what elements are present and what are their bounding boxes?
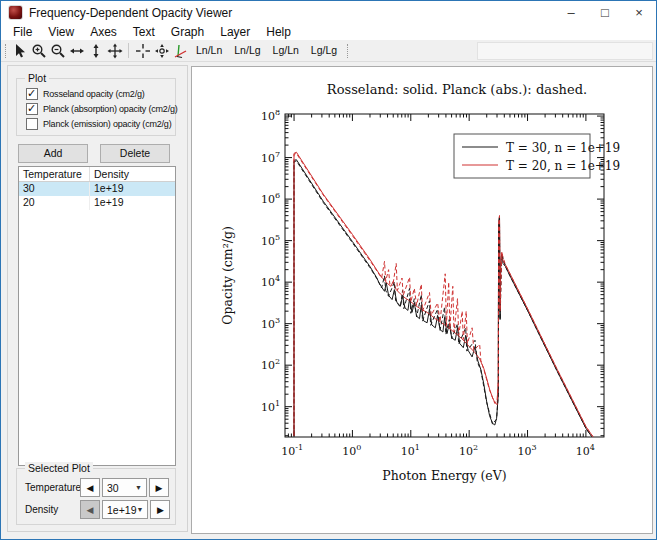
temperature-spinner-row: Temperature ◀ 30 ▼ ▶ xyxy=(25,478,169,497)
plot-groupbox-label: Plot xyxy=(25,72,49,84)
table-header: Temperature Density xyxy=(19,167,175,182)
checkbox-label: Planck (absorption) opacity (cm2/g) xyxy=(43,104,178,114)
cell-temperature: 30 xyxy=(19,182,90,196)
density-next-button[interactable]: ▶ xyxy=(150,500,170,519)
svg-text:Rosseland: solid. Planck (abs.: Rosseland: solid. Planck (abs.): dashed. xyxy=(327,82,587,97)
menu-bar: File View Axes Text Graph Layer Help xyxy=(1,24,656,40)
svg-text:100: 100 xyxy=(342,443,361,458)
pointer-icon[interactable] xyxy=(10,41,29,60)
svg-text:101: 101 xyxy=(261,399,280,414)
zoom-out-icon[interactable] xyxy=(48,41,67,60)
checkbox-label: Rosseland opacity (cm2/g) xyxy=(43,89,145,99)
svg-text:104: 104 xyxy=(261,274,280,289)
menu-text[interactable]: Text xyxy=(125,24,163,40)
checkbox-box-0[interactable] xyxy=(26,88,38,100)
svg-text:108: 108 xyxy=(261,108,280,123)
plot-groupbox: Plot Rosseland opacity (cm2/g) Planck (a… xyxy=(16,78,176,136)
scale-lglg-button[interactable]: Lg/Lg xyxy=(305,41,343,60)
density-label: Density xyxy=(25,504,80,515)
scale-lgln-button[interactable]: Lg/Ln xyxy=(267,41,305,60)
chevron-down-icon: ▼ xyxy=(135,484,142,491)
crosshair-icon[interactable] xyxy=(133,41,152,60)
cell-density: 1e+19 xyxy=(90,182,175,196)
svg-text:T = 20, n = 1e+19: T = 20, n = 1e+19 xyxy=(506,159,620,173)
temperature-next-button[interactable]: ▶ xyxy=(149,478,169,497)
svg-text:T = 30, n = 1e+19: T = 30, n = 1e+19 xyxy=(506,141,620,155)
add-button[interactable]: Add xyxy=(18,144,88,163)
pan-icon[interactable] xyxy=(152,41,171,60)
temperature-label: Temperature xyxy=(25,482,80,493)
svg-text:101: 101 xyxy=(401,443,420,458)
menu-file[interactable]: File xyxy=(5,24,40,40)
window-title: Frequency-Dependent Opacity Viewer xyxy=(29,6,232,20)
delete-button[interactable]: Delete xyxy=(100,144,170,163)
menu-view[interactable]: View xyxy=(40,24,82,40)
density-spinner-row: Density ◀ 1e+19 ▼ ▶ xyxy=(25,500,169,519)
axes-icon[interactable] xyxy=(171,41,190,60)
svg-text:Photon Energy (eV): Photon Energy (eV) xyxy=(382,468,506,483)
density-combobox[interactable]: 1e+19 ▼ xyxy=(102,500,148,519)
checkbox-planck-absorption[interactable]: Planck (absorption) opacity (cm2/g) xyxy=(26,102,178,115)
app-icon xyxy=(8,5,23,20)
svg-text:102: 102 xyxy=(261,357,280,372)
scale-lnln-button[interactable]: Ln/Ln xyxy=(190,41,228,60)
selected-plot-groupbox: Selected Plot Temperature ◀ 30 ▼ ▶ Densi… xyxy=(16,468,176,525)
plot-panel: Rosseland: solid. Planck (abs.): dashed.… xyxy=(191,66,653,534)
toolbar-grip-2 xyxy=(347,44,348,58)
toolbar-dock-area xyxy=(477,42,653,60)
toolbar-separator xyxy=(128,43,129,58)
cell-density: 1e+19 xyxy=(90,196,175,210)
chevron-down-icon: ▼ xyxy=(137,506,144,513)
svg-text:105: 105 xyxy=(261,233,280,248)
toolbar-grip xyxy=(5,44,6,58)
svg-text:103: 103 xyxy=(261,316,280,331)
menu-help[interactable]: Help xyxy=(258,24,299,40)
table-row[interactable]: 30 1e+19 xyxy=(19,182,175,196)
column-temperature: Temperature xyxy=(19,167,90,181)
scale-vertical-icon[interactable] xyxy=(86,41,105,60)
menu-axes[interactable]: Axes xyxy=(82,24,125,40)
opacity-chart: Rosseland: solid. Planck (abs.): dashed.… xyxy=(192,67,652,533)
svg-text:Opacity (cm²/g): Opacity (cm²/g) xyxy=(220,226,235,325)
minimize-button[interactable]: – xyxy=(554,1,588,24)
temperature-prev-button[interactable]: ◀ xyxy=(80,478,100,497)
title-bar: Frequency-Dependent Opacity Viewer – □ × xyxy=(1,1,656,24)
close-button[interactable]: × xyxy=(622,1,656,24)
toolbar: Ln/Ln Ln/Lg Lg/Ln Lg/Lg xyxy=(1,40,656,62)
checkbox-box-2[interactable] xyxy=(26,118,38,130)
svg-text:107: 107 xyxy=(261,150,280,165)
temperature-value: 30 xyxy=(107,482,119,494)
zoom-in-icon[interactable] xyxy=(29,41,48,60)
plot-table: Temperature Density 30 1e+19 20 1e+19 xyxy=(18,166,176,466)
svg-text:104: 104 xyxy=(576,443,595,458)
scale-lnlg-button[interactable]: Ln/Lg xyxy=(228,41,266,60)
menu-layer[interactable]: Layer xyxy=(212,24,258,40)
checkbox-planck-emission[interactable]: Planck (emission) opacity (cm2/g) xyxy=(26,117,171,130)
menu-graph[interactable]: Graph xyxy=(163,24,212,40)
density-prev-button[interactable]: ◀ xyxy=(80,500,100,519)
cell-temperature: 20 xyxy=(19,196,90,210)
selected-plot-label: Selected Plot xyxy=(25,462,93,474)
column-density: Density xyxy=(90,167,175,181)
table-row[interactable]: 20 1e+19 xyxy=(19,196,175,210)
svg-text:102: 102 xyxy=(459,443,478,458)
checkbox-box-1[interactable] xyxy=(26,103,38,115)
svg-text:10-1: 10-1 xyxy=(281,443,303,458)
maximize-button[interactable]: □ xyxy=(588,1,622,24)
app-window: Frequency-Dependent Opacity Viewer – □ ×… xyxy=(0,0,657,540)
move-icon[interactable] xyxy=(105,41,124,60)
sidebar-panel: Plot Rosseland opacity (cm2/g) Planck (a… xyxy=(7,65,188,532)
checkbox-rosseland[interactable]: Rosseland opacity (cm2/g) xyxy=(26,87,145,100)
scale-horizontal-icon[interactable] xyxy=(67,41,86,60)
checkbox-label: Planck (emission) opacity (cm2/g) xyxy=(43,119,171,129)
density-value: 1e+19 xyxy=(107,504,137,516)
temperature-combobox[interactable]: 30 ▼ xyxy=(102,478,147,497)
svg-text:103: 103 xyxy=(517,443,536,458)
svg-text:106: 106 xyxy=(261,191,280,206)
